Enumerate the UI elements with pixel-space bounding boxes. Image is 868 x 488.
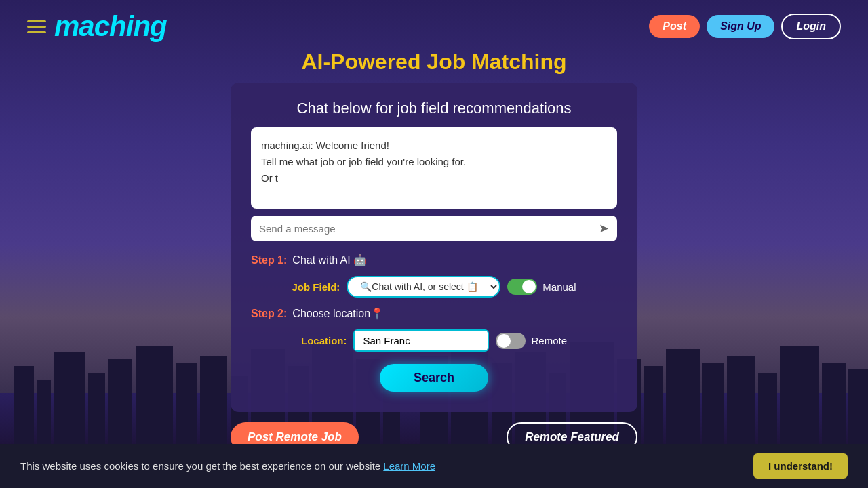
cookie-banner: This website uses cookies to ensure you … [0, 444, 868, 488]
location-label: Location: [301, 335, 347, 346]
job-field-label: Job Field: [292, 281, 340, 293]
remote-toggle-label: Remote [531, 335, 567, 346]
job-field-toggle-label: Manual [542, 281, 576, 293]
header: maching Post Sign Up Login [0, 10, 868, 43]
cookie-accept-button[interactable]: I understand! [753, 453, 848, 479]
signup-button[interactable]: Sign Up [707, 15, 774, 38]
step1-row: Step 1: Chat with AI 🤖 [251, 253, 617, 266]
post-button[interactable]: Post [649, 15, 700, 38]
chat-input[interactable] [259, 223, 599, 235]
cookie-text: This website uses cookies to ensure you … [20, 460, 435, 472]
main-card: Chat below for job field recommendations… [231, 83, 637, 412]
search-button[interactable]: Search [380, 364, 488, 392]
job-field-row: Job Field: 🔍Chat with AI, or select 📋 Ma… [251, 276, 617, 298]
chat-message-3: Or t [261, 170, 607, 186]
remote-toggle-container: Remote [496, 333, 567, 349]
step2-row: Step 2: Choose location📍 [251, 307, 617, 320]
chat-message-2: Tell me what job or job field you're loo… [261, 154, 607, 170]
card-title: Chat below for job field recommendations [251, 100, 617, 117]
remote-toggle[interactable] [496, 333, 526, 349]
chat-message-1: maching.ai: Welcome friend! [261, 138, 607, 154]
logo-area: maching [27, 10, 167, 43]
chat-box: maching.ai: Welcome friend! Tell me what… [251, 127, 617, 209]
step1-text: Chat with AI 🤖 [292, 253, 367, 266]
job-field-select[interactable]: 🔍Chat with AI, or select 📋 [347, 276, 500, 298]
cookie-learn-more-link[interactable]: Learn More [383, 460, 435, 472]
nav-buttons: Post Sign Up Login [649, 14, 841, 39]
location-input[interactable] [353, 329, 489, 352]
logo: maching [54, 10, 167, 43]
login-button[interactable]: Login [781, 14, 841, 39]
chat-input-row: ➤ [251, 216, 617, 241]
job-field-toggle-container: Manual [507, 279, 576, 295]
location-row: Location: Remote [251, 329, 617, 352]
hamburger-icon[interactable] [27, 20, 46, 33]
step2-text: Choose location📍 [292, 307, 384, 320]
step2-label: Step 2: [251, 308, 287, 320]
job-field-toggle[interactable] [507, 279, 537, 295]
main-heading: AI-Powered Job Matching [301, 49, 566, 75]
step1-label: Step 1: [251, 254, 287, 266]
send-icon[interactable]: ➤ [599, 221, 609, 236]
